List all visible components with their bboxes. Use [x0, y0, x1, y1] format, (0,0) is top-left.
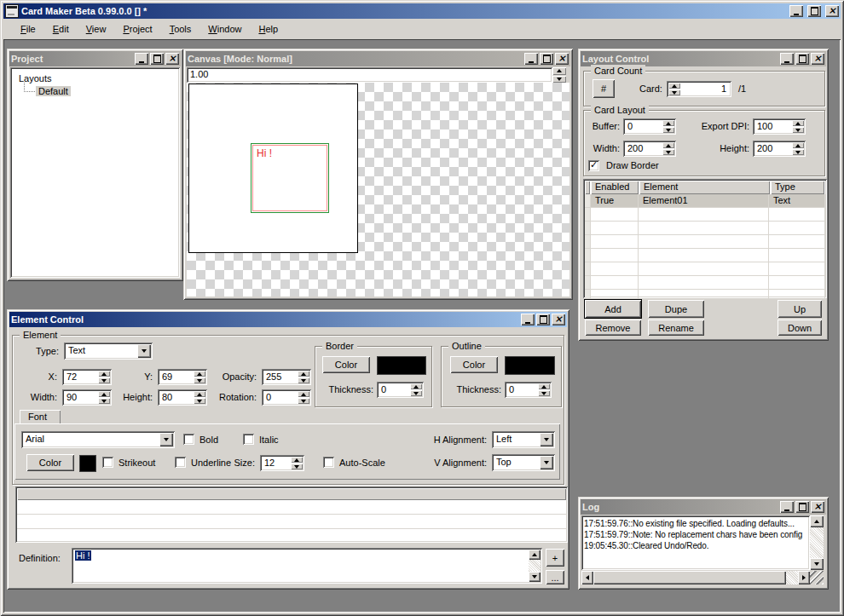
outline-color-button[interactable]: Color: [450, 356, 498, 373]
project-titlebar[interactable]: Project ×: [9, 51, 181, 66]
maximize-button[interactable]: [807, 5, 821, 17]
close-button[interactable]: ×: [825, 5, 839, 17]
menu-tools[interactable]: Tools: [161, 21, 200, 37]
maximize-button[interactable]: [795, 53, 809, 65]
dropdown-arrow-icon[interactable]: [159, 433, 173, 446]
spin-up-button[interactable]: [98, 371, 110, 377]
spin-down-button[interactable]: [291, 463, 303, 469]
scroll-right-button[interactable]: [798, 571, 810, 584]
grid-row-selected[interactable]: True Element01 Text: [585, 194, 825, 208]
down-button[interactable]: Down: [778, 320, 822, 336]
spin-down-button[interactable]: [792, 149, 804, 155]
menu-file[interactable]: File: [12, 21, 44, 37]
close-button[interactable]: ×: [811, 501, 824, 513]
definition-listview[interactable]: [15, 486, 568, 543]
dropdown-arrow-icon[interactable]: [540, 456, 553, 469]
font-color-swatch[interactable]: [79, 455, 96, 472]
spin-up-button[interactable]: [662, 142, 674, 148]
spin-down-button[interactable]: [552, 76, 566, 83]
minimize-button[interactable]: [780, 53, 794, 65]
minimize-button[interactable]: [524, 53, 538, 65]
element-control-titlebar[interactable]: Element Control ×: [9, 312, 567, 327]
x-spinner[interactable]: 72: [62, 369, 112, 385]
spin-down-button[interactable]: [792, 127, 804, 133]
spin-down-button[interactable]: [298, 398, 309, 404]
canvas-titlebar[interactable]: Canvas [Mode: Normal] ×: [186, 51, 570, 66]
spin-down-button[interactable]: [662, 127, 674, 133]
rotation-spinner[interactable]: 0: [262, 389, 311, 406]
spin-up-button[interactable]: [792, 142, 804, 148]
spin-down-button[interactable]: [194, 377, 205, 383]
spin-up-button[interactable]: [298, 391, 309, 397]
h-alignment-combobox[interactable]: Left: [492, 431, 555, 448]
spin-down-button[interactable]: [98, 398, 110, 404]
spin-up-button[interactable]: [552, 67, 566, 75]
card-element-text[interactable]: Hi !: [252, 145, 327, 211]
border-color-button[interactable]: Color: [322, 356, 370, 373]
border-color-swatch[interactable]: [377, 356, 426, 375]
spin-up-button[interactable]: [538, 383, 550, 389]
maximize-button[interactable]: [540, 53, 553, 65]
spin-down-button[interactable]: [98, 377, 110, 383]
spin-up-button[interactable]: [194, 391, 205, 397]
spin-up-button[interactable]: [668, 83, 680, 89]
italic-checkbox[interactable]: [243, 434, 254, 445]
card-number-spinner[interactable]: 1: [667, 81, 731, 97]
minimize-button[interactable]: [521, 314, 535, 325]
scroll-up-button[interactable]: [529, 550, 541, 560]
spin-down-button[interactable]: [668, 89, 680, 95]
font-family-combobox[interactable]: Arial: [21, 431, 175, 448]
definition-more-button[interactable]: ...: [546, 570, 564, 584]
font-color-button[interactable]: Color: [26, 454, 74, 471]
grid-header-enabled[interactable]: Enabled: [591, 181, 639, 194]
grid-header-type[interactable]: Type: [771, 181, 824, 194]
spin-up-button[interactable]: [410, 383, 422, 389]
spin-down-button[interactable]: [538, 390, 550, 396]
element-height-spinner[interactable]: 80: [158, 389, 207, 406]
resize-grip[interactable]: [810, 571, 824, 584]
tab-font[interactable]: Font: [20, 410, 61, 424]
minimize-button[interactable]: [780, 501, 794, 513]
canvas-viewport[interactable]: Hi !: [187, 83, 569, 296]
size-spinner[interactable]: 12: [260, 455, 304, 471]
log-titlebar[interactable]: Log ×: [581, 499, 826, 515]
outline-color-swatch[interactable]: [505, 356, 555, 375]
border-thickness-spinner[interactable]: 0: [377, 382, 424, 398]
spin-down-button[interactable]: [298, 377, 309, 383]
spin-up-button[interactable]: [792, 120, 804, 126]
maximize-button[interactable]: [536, 314, 550, 325]
card-width-spinner[interactable]: 200: [623, 141, 676, 157]
spin-up-button[interactable]: [98, 391, 110, 397]
spin-down-button[interactable]: [194, 398, 205, 404]
minimize-button[interactable]: [789, 5, 803, 17]
menu-window[interactable]: Window: [199, 21, 250, 37]
definition-textarea[interactable]: Hi !: [72, 548, 542, 584]
scroll-up-button[interactable]: [810, 515, 824, 527]
strikeout-checkbox[interactable]: [102, 457, 113, 468]
definition-scrollbar[interactable]: [529, 550, 541, 582]
close-button[interactable]: ×: [555, 53, 569, 65]
up-button[interactable]: Up: [778, 300, 822, 318]
buffer-spinner[interactable]: 0: [623, 118, 676, 135]
menu-edit[interactable]: Edit: [44, 21, 78, 37]
dropdown-arrow-icon[interactable]: [137, 344, 151, 358]
auto-scale-checkbox[interactable]: [323, 457, 334, 468]
log-text-area[interactable]: 17:51:59.76::No existing file specified.…: [581, 515, 810, 570]
export-dpi-spinner[interactable]: 100: [753, 118, 806, 135]
log-vertical-scrollbar[interactable]: [810, 515, 824, 570]
scroll-down-button[interactable]: [810, 558, 824, 570]
main-titlebar[interactable]: Card Maker Beta 0.99.0.0 [] * ×: [3, 3, 841, 19]
element-width-spinner[interactable]: 90: [62, 389, 112, 406]
zoom-spinner[interactable]: [552, 67, 566, 83]
dropdown-arrow-icon[interactable]: [540, 433, 553, 446]
menu-view[interactable]: View: [78, 21, 115, 37]
spin-up-button[interactable]: [298, 371, 309, 377]
card-preview[interactable]: Hi !: [188, 83, 358, 253]
outline-thickness-spinner[interactable]: 0: [505, 382, 552, 398]
bold-checkbox[interactable]: [183, 434, 194, 445]
scroll-left-button[interactable]: [581, 571, 593, 584]
spin-up-button[interactable]: [662, 120, 674, 126]
close-button[interactable]: ×: [165, 53, 179, 65]
opacity-spinner[interactable]: 255: [262, 369, 311, 385]
close-button[interactable]: ×: [811, 53, 824, 65]
